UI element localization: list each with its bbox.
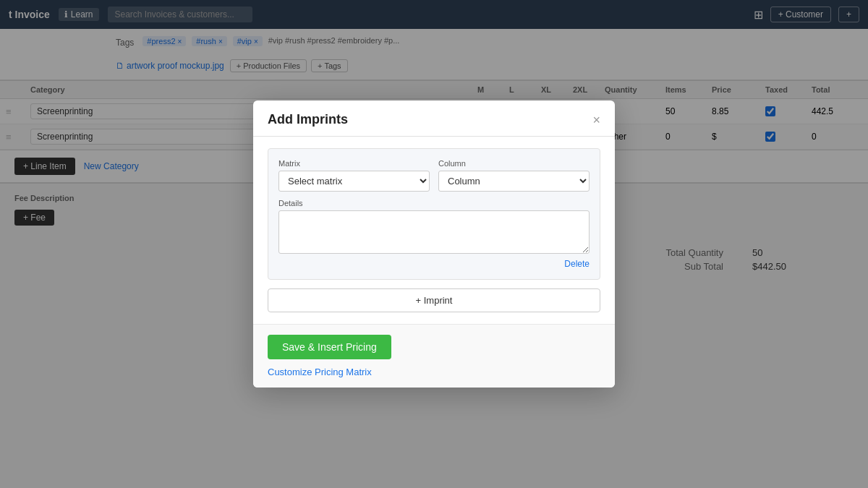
matrix-select[interactable]: Select matrix <box>278 171 430 192</box>
modal-body: Matrix Select matrix Column Column Detai… <box>253 137 615 324</box>
column-select[interactable]: Column <box>438 171 590 192</box>
column-label: Column <box>438 159 590 168</box>
matrix-field: Matrix Select matrix <box>278 159 430 192</box>
matrix-label: Matrix <box>278 159 430 168</box>
imprint-fields-row: Matrix Select matrix Column Column <box>278 159 590 192</box>
add-imprints-modal: Add Imprints × Matrix Select matrix Colu… <box>253 100 615 388</box>
details-field: Details <box>278 199 590 256</box>
column-field: Column Column <box>438 159 590 192</box>
imprint-card: Matrix Select matrix Column Column Detai… <box>268 148 600 280</box>
modal-overlay: Add Imprints × Matrix Select matrix Colu… <box>0 0 868 488</box>
delete-link[interactable]: Delete <box>278 259 590 269</box>
save-insert-pricing-button[interactable]: Save & Insert Pricing <box>268 335 391 359</box>
details-textarea[interactable] <box>278 210 590 254</box>
modal-title: Add Imprints <box>268 112 348 127</box>
details-label: Details <box>278 199 590 207</box>
modal-header: Add Imprints × <box>253 100 615 137</box>
customize-pricing-matrix-link[interactable]: Customize Pricing Matrix <box>268 367 600 377</box>
modal-close-button[interactable]: × <box>592 114 600 127</box>
add-imprint-button[interactable]: + Imprint <box>268 288 600 312</box>
modal-footer: Save & Insert Pricing Customize Pricing … <box>253 324 615 388</box>
